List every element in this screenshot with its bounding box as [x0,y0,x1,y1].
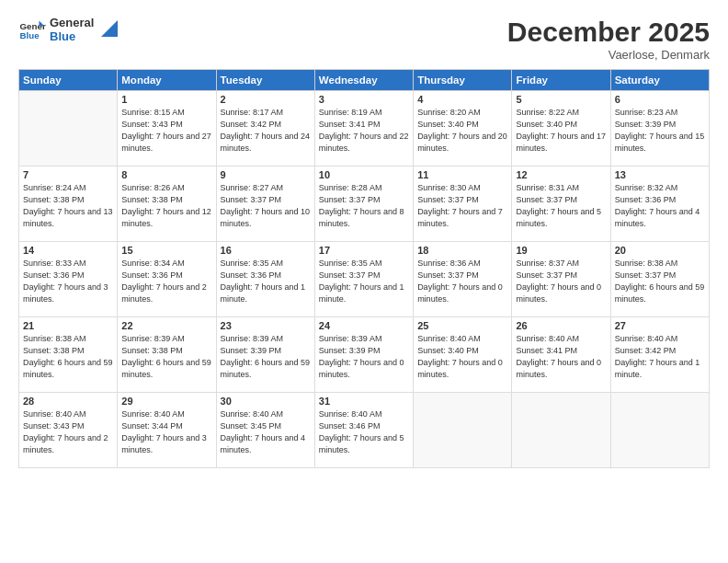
calendar-cell: 12Sunrise: 8:31 AM Sunset: 3:37 PM Dayli… [512,167,610,242]
calendar-cell: 4Sunrise: 8:20 AM Sunset: 3:40 PM Daylig… [414,91,512,167]
logo-icon: General Blue [18,17,46,44]
day-info: Sunrise: 8:15 AM Sunset: 3:43 PM Dayligh… [121,107,211,155]
day-info: Sunrise: 8:40 AM Sunset: 3:43 PM Dayligh… [23,408,113,456]
calendar-cell: 1Sunrise: 8:15 AM Sunset: 3:43 PM Daylig… [118,91,216,167]
day-number: 12 [516,169,606,180]
day-info: Sunrise: 8:38 AM Sunset: 3:37 PM Dayligh… [615,258,705,305]
header: General Blue General Blue December 2025 … [18,17,710,62]
logo-triangle-icon [97,20,118,40]
day-number: 10 [319,169,409,180]
day-info: Sunrise: 8:36 AM Sunset: 3:37 PM Dayligh… [417,258,507,305]
day-number: 22 [121,320,211,331]
day-number: 29 [121,396,211,407]
week-row-4: 28Sunrise: 8:40 AM Sunset: 3:43 PM Dayli… [19,393,710,468]
day-number: 31 [319,396,409,407]
day-info: Sunrise: 8:17 AM Sunset: 3:42 PM Dayligh… [221,107,311,155]
calendar-cell: 3Sunrise: 8:19 AM Sunset: 3:41 PM Daylig… [314,91,413,167]
calendar-cell: 30Sunrise: 8:40 AM Sunset: 3:45 PM Dayli… [216,393,314,468]
day-info: Sunrise: 8:39 AM Sunset: 3:39 PM Dayligh… [319,333,409,381]
day-number: 5 [516,94,606,105]
calendar-cell: 19Sunrise: 8:37 AM Sunset: 3:37 PM Dayli… [512,242,610,317]
calendar-cell: 9Sunrise: 8:27 AM Sunset: 3:37 PM Daylig… [216,167,314,242]
day-info: Sunrise: 8:32 AM Sunset: 3:36 PM Dayligh… [615,182,705,230]
calendar-cell: 26Sunrise: 8:40 AM Sunset: 3:41 PM Dayli… [512,317,610,393]
day-info: Sunrise: 8:26 AM Sunset: 3:38 PM Dayligh… [121,182,211,230]
day-info: Sunrise: 8:22 AM Sunset: 3:40 PM Dayligh… [516,107,606,155]
day-info: Sunrise: 8:35 AM Sunset: 3:37 PM Dayligh… [319,258,409,305]
day-info: Sunrise: 8:38 AM Sunset: 3:38 PM Dayligh… [23,333,113,381]
calendar-cell: 23Sunrise: 8:39 AM Sunset: 3:39 PM Dayli… [216,317,314,393]
day-number: 4 [417,94,507,105]
calendar-cell: 7Sunrise: 8:24 AM Sunset: 3:38 PM Daylig… [19,167,118,242]
day-info: Sunrise: 8:24 AM Sunset: 3:38 PM Dayligh… [23,182,113,230]
day-number: 30 [221,396,311,407]
day-info: Sunrise: 8:23 AM Sunset: 3:39 PM Dayligh… [615,107,705,155]
col-header-thursday: Thursday [414,70,512,91]
col-header-friday: Friday [512,70,610,91]
calendar-cell: 31Sunrise: 8:40 AM Sunset: 3:46 PM Dayli… [314,393,413,468]
day-info: Sunrise: 8:40 AM Sunset: 3:42 PM Dayligh… [615,333,705,381]
day-number: 18 [417,245,507,256]
day-info: Sunrise: 8:30 AM Sunset: 3:37 PM Dayligh… [417,182,507,230]
calendar-cell: 22Sunrise: 8:39 AM Sunset: 3:38 PM Dayli… [118,317,216,393]
week-row-3: 21Sunrise: 8:38 AM Sunset: 3:38 PM Dayli… [19,317,710,393]
day-number: 1 [121,94,211,105]
week-row-2: 14Sunrise: 8:33 AM Sunset: 3:36 PM Dayli… [19,242,710,317]
calendar-cell: 25Sunrise: 8:40 AM Sunset: 3:40 PM Dayli… [414,317,512,393]
calendar-cell: 11Sunrise: 8:30 AM Sunset: 3:37 PM Dayli… [414,167,512,242]
calendar-cell: 27Sunrise: 8:40 AM Sunset: 3:42 PM Dayli… [610,317,709,393]
day-number: 23 [221,320,311,331]
day-info: Sunrise: 8:39 AM Sunset: 3:38 PM Dayligh… [121,333,211,381]
calendar-cell: 6Sunrise: 8:23 AM Sunset: 3:39 PM Daylig… [610,91,709,167]
day-number: 16 [221,245,311,256]
day-info: Sunrise: 8:37 AM Sunset: 3:37 PM Dayligh… [516,258,606,305]
day-number: 27 [615,320,705,331]
day-info: Sunrise: 8:33 AM Sunset: 3:36 PM Dayligh… [23,258,113,305]
svg-marker-3 [101,20,118,37]
calendar-cell: 18Sunrise: 8:36 AM Sunset: 3:37 PM Dayli… [414,242,512,317]
col-header-tuesday: Tuesday [216,70,314,91]
calendar-cell: 20Sunrise: 8:38 AM Sunset: 3:37 PM Dayli… [610,242,709,317]
day-info: Sunrise: 8:40 AM Sunset: 3:41 PM Dayligh… [516,333,606,381]
calendar-table: SundayMondayTuesdayWednesdayThursdayFrid… [18,69,710,468]
day-number: 26 [516,320,606,331]
month-title: December 2025 [507,17,710,48]
day-number: 20 [615,245,705,256]
day-number: 25 [417,320,507,331]
calendar-cell: 10Sunrise: 8:28 AM Sunset: 3:37 PM Dayli… [314,167,413,242]
day-info: Sunrise: 8:27 AM Sunset: 3:37 PM Dayligh… [221,182,311,230]
col-header-monday: Monday [118,70,216,91]
day-info: Sunrise: 8:35 AM Sunset: 3:36 PM Dayligh… [221,258,311,305]
day-info: Sunrise: 8:39 AM Sunset: 3:39 PM Dayligh… [221,333,311,381]
location: Vaerlose, Denmark [507,48,710,62]
calendar-cell [19,91,118,167]
page: General Blue General Blue December 2025 … [0,0,728,563]
day-info: Sunrise: 8:40 AM Sunset: 3:45 PM Dayligh… [221,408,311,456]
calendar-cell: 13Sunrise: 8:32 AM Sunset: 3:36 PM Dayli… [610,167,709,242]
calendar-cell: 17Sunrise: 8:35 AM Sunset: 3:37 PM Dayli… [314,242,413,317]
day-number: 9 [221,169,311,180]
day-info: Sunrise: 8:34 AM Sunset: 3:36 PM Dayligh… [121,258,211,305]
day-number: 7 [23,169,113,180]
week-row-1: 7Sunrise: 8:24 AM Sunset: 3:38 PM Daylig… [19,167,710,242]
calendar-cell: 15Sunrise: 8:34 AM Sunset: 3:36 PM Dayli… [118,242,216,317]
calendar-cell: 29Sunrise: 8:40 AM Sunset: 3:44 PM Dayli… [118,393,216,468]
day-info: Sunrise: 8:19 AM Sunset: 3:41 PM Dayligh… [319,107,409,155]
day-info: Sunrise: 8:28 AM Sunset: 3:37 PM Dayligh… [319,182,409,230]
day-number: 14 [23,245,113,256]
day-info: Sunrise: 8:40 AM Sunset: 3:46 PM Dayligh… [319,408,409,456]
day-info: Sunrise: 8:31 AM Sunset: 3:37 PM Dayligh… [516,182,606,230]
col-header-sunday: Sunday [19,70,118,91]
calendar-cell: 28Sunrise: 8:40 AM Sunset: 3:43 PM Dayli… [19,393,118,468]
day-number: 21 [23,320,113,331]
logo-blue-text: Blue [50,30,94,44]
calendar-cell: 5Sunrise: 8:22 AM Sunset: 3:40 PM Daylig… [512,91,610,167]
col-header-wednesday: Wednesday [314,70,413,91]
day-number: 3 [319,94,409,105]
calendar-cell: 2Sunrise: 8:17 AM Sunset: 3:42 PM Daylig… [216,91,314,167]
logo: General Blue General Blue [18,17,118,44]
day-number: 11 [417,169,507,180]
calendar-cell [414,393,512,468]
day-number: 28 [23,396,113,407]
day-number: 24 [319,320,409,331]
